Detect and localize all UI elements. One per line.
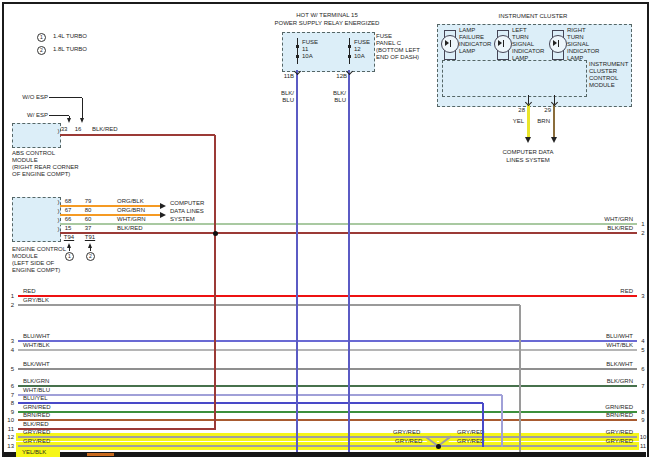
bus-mid-label: GRY/RED (395, 438, 422, 445)
bus-right-number: 6 (639, 366, 647, 373)
wire-vertical (214, 135, 216, 430)
cluster-pin-29: 29 (539, 107, 551, 114)
fuse-11-label: FUSE (302, 39, 318, 46)
bus-right-label: GRN/RED (573, 404, 633, 411)
bus-right-label: WHT/BLK (573, 342, 633, 349)
abs-name-line: MODULE (12, 157, 38, 164)
bus-left-label: BLU/YEL (23, 395, 48, 402)
wire-vertical (482, 403, 484, 447)
bus-left-label: RED (23, 288, 36, 295)
bus-left-number: 4 (6, 347, 14, 354)
wire-vertical (501, 395, 503, 447)
bus-left-label: BRN/RED (23, 412, 50, 419)
ecm-pin-a: 66 (62, 216, 74, 223)
bus-left-label: WHT/BLK (23, 342, 50, 349)
cluster-pin-28: 28 (513, 107, 525, 114)
lamp-name-line: LAMP (567, 55, 583, 62)
esp-arrow-down-icon (67, 118, 71, 123)
bus-wire-blk-grn (18, 385, 637, 387)
lamp-name-line: LEFT (512, 27, 527, 34)
t-connector-arrow-up-icon (67, 243, 71, 248)
pin-connector-icon: ) (58, 226, 60, 233)
wo-esp-label: W/O ESP (8, 94, 48, 101)
bus-left-label: GRY/RED (23, 429, 50, 436)
lamp-name-line: INDICATOR (459, 41, 491, 48)
bus-left-number: 5 (6, 366, 14, 373)
fuse-terminal-dot (296, 45, 299, 48)
right-exit-whtgrn-num: 1 (639, 221, 647, 228)
ecm-target-line: COMPUTER (170, 200, 204, 207)
ecm-name-line: MODULE (12, 253, 38, 260)
fuse-hot-line: POWER SUPPLY RELAY ENERGIZED (267, 20, 387, 27)
lamp-name-line: INDICATOR (512, 48, 544, 55)
data-lines-arrow-icon (160, 203, 166, 209)
bus-left-label: GRY/RED (23, 438, 50, 445)
ecm-pin-a: 15 (62, 225, 74, 232)
wire-junction-dot (213, 231, 218, 236)
bus-right-label: BRN/RED (573, 412, 633, 419)
bus-left-label: BLK/WHT (23, 361, 50, 368)
bus-left-number: 13 (6, 443, 14, 450)
bus-wire-gry-red (18, 436, 637, 438)
ecm-name-line: ENGINE CONTROL (12, 246, 66, 253)
fuse-element (349, 38, 350, 64)
fuse-11-wire-line: BLU (280, 97, 294, 104)
fuse-panel-name-line: END OF DASH) (376, 54, 419, 61)
bus-right-number: 10 (639, 434, 647, 441)
lamp-name-line: SIGNAL (567, 41, 589, 48)
wire-vertical (553, 104, 556, 138)
ecm-target-line: SYSTEM (170, 216, 195, 223)
bus-left-number: 6 (6, 383, 14, 390)
esp-arrow-down-icon (80, 118, 84, 123)
abs-pin-33: 33 (59, 126, 69, 133)
wiring-diagram-page: 1 1.4L TURBO 2 1.8L TURBO W/O ESP W/ ESP… (0, 0, 650, 457)
fuse-12-wire-line: BLU (332, 97, 346, 104)
cluster-control-module-box (442, 60, 587, 97)
bus-right-label: GRY/RED (573, 429, 633, 436)
bus-left-number: 3 (6, 338, 14, 345)
cluster-module-line: CLUSTER (589, 68, 617, 75)
bus-right-label: BLU/WHT (573, 333, 633, 340)
wire-junction-dot (436, 444, 441, 449)
bus-wire-gry-red (18, 445, 637, 447)
cluster-target-line: COMPUTER DATA (488, 149, 568, 156)
lamp-name-line: TURN (567, 34, 584, 41)
lamp-name-line: INDICATOR (567, 48, 599, 55)
bus-right-label: BLK/GRN (573, 378, 633, 385)
pin-connector-icon: ) (58, 128, 60, 135)
ecm-wire-label: ORG/BLK (117, 198, 144, 205)
cluster-wire-yel-label: YEL (510, 118, 524, 125)
bus-left-label: BLU/WHT (23, 333, 50, 340)
legend-label-2: 1.8L TURBO (53, 46, 87, 53)
fuse-panel-name-line: (BOTTOM LEFT (376, 47, 420, 54)
bus-right-number: 4 (639, 338, 647, 345)
legend-label-1: 1.4L TURBO (53, 33, 87, 40)
fuse-11-number: 11 (302, 46, 308, 53)
led-triangle-icon (445, 40, 449, 46)
cluster-module-line: INSTRUMENT (589, 61, 628, 68)
led-triangle-icon (498, 40, 502, 46)
bus-wire-grn-red (18, 411, 637, 413)
cluster-title: INSTRUMENT CLUSTER (463, 13, 603, 20)
abs-name-line: (RIGHT REAR CORNER (12, 164, 79, 171)
wire-vertical (527, 104, 530, 138)
bus-wire-red (18, 295, 637, 297)
ecm-connector-t91: T91 (83, 234, 97, 241)
led-triangle-icon (553, 40, 557, 46)
bus-wire-gry-blk (18, 304, 520, 306)
ecm-target-line: DATA LINES (170, 208, 204, 215)
fuse-12-pin: 12B (333, 73, 347, 80)
esp-leader-line (82, 98, 83, 119)
lamp-name-line: FAILURE (459, 34, 484, 41)
bus-mid-label: GRY/RED (457, 429, 484, 436)
bus-left-number: 2 (6, 302, 14, 309)
bus-wire-wht-blu (18, 394, 502, 396)
bus-left-number: 9 (6, 409, 14, 416)
bus-left-label: WHT/BLU (23, 387, 50, 394)
bus-left-label: BLK/GRN (23, 378, 49, 385)
fuse-panel-name-line: FUSE (376, 33, 392, 40)
engine-control-module-box (12, 197, 61, 242)
led-bar-icon (503, 40, 504, 47)
ecm-wire-label: ORG/BRN (117, 207, 145, 214)
fuse-12-number: 12 (354, 46, 361, 53)
